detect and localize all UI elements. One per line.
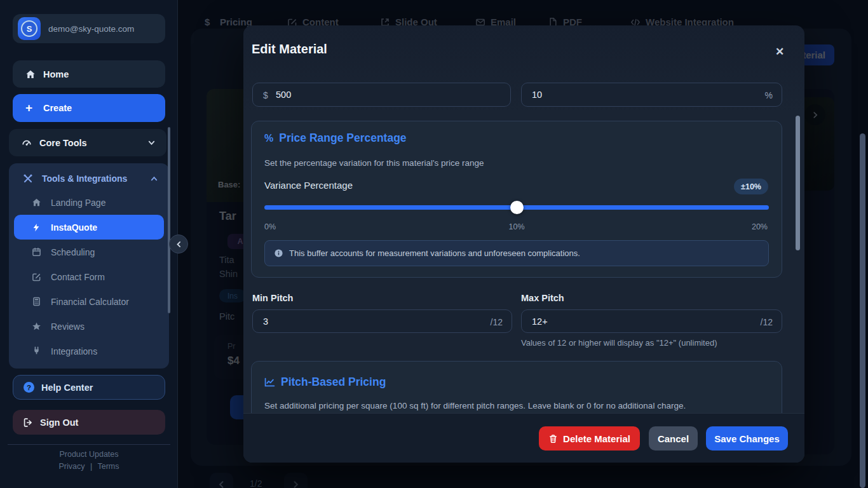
sidebar-item-core-tools[interactable]: Core Tools xyxy=(9,129,166,156)
privacy-link[interactable]: Privacy xyxy=(59,462,85,471)
gauge-icon xyxy=(22,138,32,148)
modal-scrollbar[interactable] xyxy=(796,116,800,250)
trash-icon xyxy=(548,434,558,444)
chart-line-icon xyxy=(264,377,275,388)
slider-thumb[interactable] xyxy=(510,201,524,214)
sidebar-item-home[interactable]: Home xyxy=(13,60,165,88)
chevron-up-icon xyxy=(149,174,159,184)
sidebar-item-label: Scheduling xyxy=(51,247,95,257)
legal-links: Privacy | Terms xyxy=(0,462,178,471)
sidebar-item-label: Sign Out xyxy=(40,417,78,428)
sidebar-item-label: Create xyxy=(43,103,72,113)
section-heading: Pitch-Based Pricing xyxy=(264,376,386,389)
section-heading: % Price Range Percentage xyxy=(264,132,407,145)
sidebar-item-tools-integrations[interactable]: Tools & Integrations xyxy=(9,166,169,191)
home-icon xyxy=(32,198,42,207)
max-pitch-helper: Values of 12 or higher will display as "… xyxy=(521,338,717,348)
sidebar-item-create[interactable]: + Create xyxy=(13,94,165,122)
percent-suffix: % xyxy=(765,83,773,107)
sidebar-scrollbar[interactable] xyxy=(168,127,170,313)
modal-footer: Delete Material Cancel Save Changes xyxy=(243,413,804,463)
avatar: S xyxy=(18,17,41,40)
chevron-down-icon xyxy=(147,138,156,147)
sidebar-item-reviews[interactable]: Reviews xyxy=(14,314,164,339)
modal-title: Edit Material xyxy=(252,42,327,57)
calendar-icon xyxy=(32,247,42,257)
percent-input[interactable] xyxy=(522,83,782,106)
close-icon[interactable]: ✕ xyxy=(771,43,788,60)
section-subtitle: Set the percentage variation for this ma… xyxy=(264,158,484,168)
base-price-field[interactable]: $ xyxy=(252,83,511,107)
info-icon xyxy=(274,248,283,258)
sidebar-item-sign-out[interactable]: Sign Out xyxy=(13,410,165,435)
section-subtitle: Set additional pricing per square (100 s… xyxy=(264,401,686,410)
sidebar-item-label: InstaQuote xyxy=(51,222,97,233)
min-pitch-suffix: /12 xyxy=(491,310,503,334)
sign-out-icon xyxy=(23,417,33,428)
tools-icon xyxy=(23,173,33,184)
sidebar-item-label: Contact Form xyxy=(51,272,105,282)
plus-icon: + xyxy=(25,103,36,113)
logo-letter: S xyxy=(21,20,37,37)
bolt-icon xyxy=(32,223,42,232)
variance-badge: ±10% xyxy=(734,179,768,194)
sidebar-item-label: Integrations xyxy=(51,346,97,356)
product-updates-link[interactable]: Product Updates xyxy=(0,450,178,459)
account-chip[interactable]: S demo@sky-quote.com xyxy=(13,14,165,43)
buffer-info-note: This buffer accounts for measurement var… xyxy=(264,240,769,266)
variance-label: Variance Percentage xyxy=(264,180,353,191)
percent-icon: % xyxy=(264,133,273,144)
percent-field[interactable]: % xyxy=(521,83,782,107)
user-email: demo@sky-quote.com xyxy=(48,14,134,43)
sidebar-item-label: Reviews xyxy=(51,322,85,332)
max-pitch-label: Max Pitch xyxy=(521,293,564,303)
slider-mid-label: 10% xyxy=(252,222,782,231)
sidebar-item-integrations[interactable]: Integrations xyxy=(14,339,164,363)
sidebar-item-instaquote[interactable]: InstaQuote xyxy=(14,215,164,240)
page-scrollbar[interactable] xyxy=(860,133,865,488)
info-text: This buffer accounts for measurement var… xyxy=(289,248,580,258)
delete-material-button[interactable]: Delete Material xyxy=(539,426,640,451)
sidebar-item-scheduling[interactable]: Scheduling xyxy=(14,240,164,264)
plug-icon xyxy=(32,346,42,356)
divider xyxy=(8,444,170,445)
section-title: Price Range Percentage xyxy=(279,132,406,145)
section-title: Pitch-Based Pricing xyxy=(281,376,386,389)
save-changes-button[interactable]: Save Changes xyxy=(706,426,788,451)
sidebar-item-financial-calculator[interactable]: Financial Calculator xyxy=(14,289,164,314)
sidebar-item-label: Home xyxy=(43,69,69,79)
variance-slider[interactable] xyxy=(264,205,769,210)
button-label: Save Changes xyxy=(714,433,780,444)
max-pitch-field[interactable]: /12 xyxy=(521,309,782,333)
sidebar-item-label: Landing Page xyxy=(51,198,105,208)
base-price-input[interactable] xyxy=(253,83,510,106)
sidebar-item-label: Tools & Integrations xyxy=(42,173,127,184)
sidebar-collapse-button[interactable] xyxy=(169,234,188,254)
edit-material-modal: Edit Material ✕ $ % % Price Range Percen… xyxy=(243,25,804,463)
sidebar-item-landing-page[interactable]: Landing Page xyxy=(14,190,164,215)
sidebar-item-contact-form[interactable]: Contact Form xyxy=(14,264,164,289)
sidebar-item-label: Core Tools xyxy=(39,138,87,148)
min-pitch-label: Min Pitch xyxy=(252,293,293,303)
sidebar-item-label: Financial Calculator xyxy=(51,297,129,307)
min-pitch-field[interactable]: /12 xyxy=(252,309,512,333)
star-icon xyxy=(32,322,42,331)
min-pitch-input[interactable] xyxy=(253,310,512,332)
home-icon xyxy=(25,69,36,79)
calculator-icon xyxy=(32,297,42,306)
sidebar-item-help-center[interactable]: ? Help Center xyxy=(13,375,165,400)
cancel-button[interactable]: Cancel xyxy=(649,426,698,451)
slider-max-label: 20% xyxy=(752,222,768,231)
terms-link[interactable]: Terms xyxy=(97,462,119,471)
max-pitch-input[interactable] xyxy=(522,310,782,332)
separator: | xyxy=(90,462,92,471)
sidebar: S demo@sky-quote.com Home + Create Core … xyxy=(0,0,178,488)
sidebar-item-label: Help Center xyxy=(41,383,93,393)
pen-square-icon xyxy=(32,272,42,281)
button-label: Cancel xyxy=(658,433,689,444)
max-pitch-suffix: /12 xyxy=(761,310,773,334)
question-icon: ? xyxy=(24,382,34,393)
price-range-section: % Price Range Percentage Set the percent… xyxy=(251,121,782,278)
tools-integrations-group: Tools & Integrations Landing Page InstaQ… xyxy=(9,163,169,369)
button-label: Delete Material xyxy=(563,433,630,444)
